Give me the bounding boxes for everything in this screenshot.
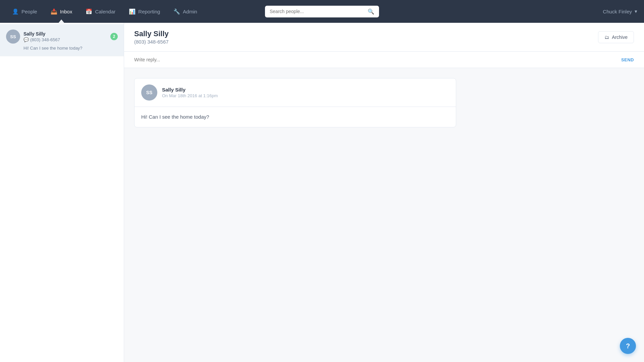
nav-label-calendar: Calendar xyxy=(95,9,115,14)
contact-phone: (803) 348-6567 xyxy=(134,39,169,45)
nav-item-people[interactable]: 👤 People xyxy=(7,6,43,17)
nav-item-inbox[interactable]: 📥 Inbox xyxy=(45,6,78,17)
message-body: Hi! Can I see the home today? xyxy=(135,107,456,127)
user-menu[interactable]: Chuck Finley ▾ xyxy=(603,8,637,14)
nav-label-inbox: Inbox xyxy=(60,9,72,14)
chat-icon: 💬 xyxy=(23,37,29,42)
reply-area: SEND xyxy=(124,52,644,68)
people-icon: 👤 xyxy=(12,8,19,15)
inbox-list: SS Sally Silly 💬 (803) 348-6567 2 Hi! Ca… xyxy=(0,23,124,362)
inbox-icon: 📥 xyxy=(51,8,57,15)
inbox-item-phone: 💬 (803) 348-6567 xyxy=(23,37,107,42)
user-name: Chuck Finley xyxy=(603,9,632,14)
archive-button[interactable]: 🗂 Archive xyxy=(598,31,634,43)
message-meta: Sally Silly On Mar 18th 2016 at 1:16pm xyxy=(162,87,218,98)
inbox-item-info: Sally Silly 💬 (803) 348-6567 xyxy=(23,31,107,42)
message-sender: Sally Silly xyxy=(162,87,218,93)
message-header: SS Sally Silly On Mar 18th 2016 at 1:16p… xyxy=(135,78,456,107)
nav-item-reporting[interactable]: 📊 Reporting xyxy=(123,6,165,17)
reply-input[interactable] xyxy=(134,57,621,62)
main-layout: SS Sally Silly 💬 (803) 348-6567 2 Hi! Ca… xyxy=(0,23,644,362)
navbar: 👤 People 📥 Inbox 📅 Calendar 📊 Reporting … xyxy=(0,0,644,23)
unread-badge: 2 xyxy=(110,33,118,40)
nav-label-reporting: Reporting xyxy=(138,9,160,14)
nav-label-people: People xyxy=(21,9,37,14)
nav-item-calendar[interactable]: 📅 Calendar xyxy=(80,6,121,17)
calendar-icon: 📅 xyxy=(86,8,92,15)
messages-area: SS Sally Silly On Mar 18th 2016 at 1:16p… xyxy=(124,68,644,137)
inbox-item[interactable]: SS Sally Silly 💬 (803) 348-6567 2 Hi! Ca… xyxy=(0,24,124,56)
user-dropdown-icon: ▾ xyxy=(635,8,637,14)
search-box: 🔍 xyxy=(265,6,379,17)
nav-item-admin[interactable]: 🔧 Admin xyxy=(168,6,203,17)
send-button[interactable]: SEND xyxy=(621,57,634,62)
message-date: On Mar 18th 2016 at 1:16pm xyxy=(162,93,218,98)
inbox-item-preview: Hi! Can I see the home today? xyxy=(23,46,118,51)
contact-header: Sally Silly (803) 348-6567 🗂 Archive xyxy=(124,23,644,52)
main-content: Sally Silly (803) 348-6567 🗂 Archive SEN… xyxy=(124,23,644,362)
reporting-icon: 📊 xyxy=(129,8,136,15)
avatar: SS xyxy=(6,29,20,44)
inbox-item-name: Sally Silly xyxy=(23,31,107,37)
nav-label-admin: Admin xyxy=(183,9,197,14)
search-input[interactable] xyxy=(270,9,365,14)
message-card: SS Sally Silly On Mar 18th 2016 at 1:16p… xyxy=(134,78,456,127)
admin-icon: 🔧 xyxy=(173,8,180,15)
archive-icon: 🗂 xyxy=(604,35,609,40)
help-icon: ? xyxy=(626,342,630,350)
inbox-item-header: SS Sally Silly 💬 (803) 348-6567 2 xyxy=(6,29,118,44)
archive-label: Archive xyxy=(612,35,628,40)
search-icon: 🔍 xyxy=(368,8,374,15)
help-button[interactable]: ? xyxy=(620,338,636,354)
search-container: 🔍 xyxy=(265,6,379,17)
message-avatar: SS xyxy=(141,84,157,101)
contact-info: Sally Silly (803) 348-6567 xyxy=(134,29,169,45)
contact-name: Sally Silly xyxy=(134,29,169,38)
